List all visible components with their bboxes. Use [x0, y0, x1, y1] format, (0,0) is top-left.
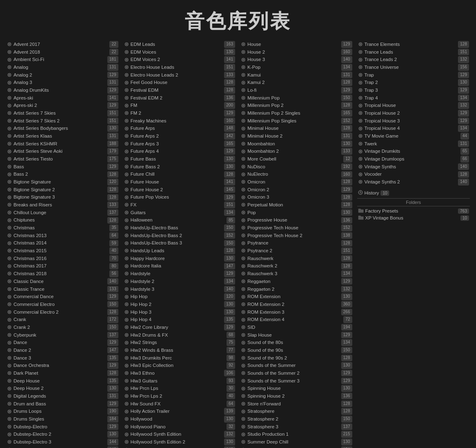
list-item[interactable]: Progressive House136 — [240, 216, 353, 224]
list-item[interactable]: Analog 2129 — [6, 71, 119, 79]
list-item[interactable]: Christmas35 — [6, 224, 119, 232]
list-item[interactable]: Stratosphere128 — [240, 407, 353, 415]
list-item[interactable]: Breaks and Risers133 — [6, 201, 119, 209]
list-item[interactable]: ROM Extension 472 — [240, 316, 353, 324]
list-item[interactable]: Hlw Prcn Lps30 — [123, 385, 236, 392]
list-item[interactable]: Dance129 — [6, 339, 119, 346]
list-item[interactable]: Kamui131 — [240, 71, 353, 79]
list-item[interactable]: Hlw2 Winds & Brass77 — [123, 346, 236, 354]
list-item[interactable]: Future Arps 4129 — [123, 147, 236, 155]
list-item[interactable]: Chiptunes128 — [6, 216, 119, 224]
list-item[interactable]: Sound of the 90s 2128 — [240, 354, 353, 362]
list-item[interactable]: EDM Voices130 — [123, 48, 236, 56]
list-item[interactable]: More Cowbell12 — [240, 155, 353, 163]
list-item[interactable]: Hardcore Italia147 — [123, 262, 236, 270]
list-item[interactable]: Trap 3129 — [357, 86, 470, 94]
list-item[interactable]: Future Bass 2130 — [123, 163, 236, 171]
list-item[interactable]: House 3140 — [240, 56, 353, 63]
list-item[interactable]: Crank 2150 — [6, 324, 119, 331]
list-item[interactable]: Future Bass130 — [123, 155, 236, 163]
list-item[interactable]: Halloween85 — [123, 216, 236, 224]
list-item[interactable]: Artist Series Klaas131 — [6, 132, 119, 140]
list-item[interactable]: Vintage Synths140 — [357, 163, 470, 171]
list-item[interactable]: Dubstep-Electro 2130 — [6, 430, 119, 438]
list-item[interactable]: Christmas 201459 — [6, 239, 119, 247]
list-item[interactable]: Classic Trance133 — [6, 285, 119, 293]
list-item[interactable]: Commercial Electro 2128 — [6, 308, 119, 316]
list-item[interactable]: Tropical House 4134 — [357, 124, 470, 132]
list-item[interactable]: Hollywood Synth Edition 2130 — [123, 438, 236, 446]
list-item[interactable]: Trance Leads 2132 — [357, 56, 470, 63]
list-item[interactable]: Deep House 2130 — [6, 385, 119, 392]
list-item[interactable]: Hollywood Synth Edition132 — [123, 430, 236, 438]
list-item[interactable]: Summer Deep Chill130 — [240, 438, 353, 446]
list-item[interactable]: Ambient Sci-Fi181 — [6, 56, 119, 63]
list-item[interactable]: Hlw Prcn Lps 240 — [123, 392, 236, 400]
list-item[interactable]: Spinning House 2136 — [240, 392, 353, 400]
list-item[interactable]: Twerk131 — [357, 140, 470, 148]
list-item[interactable]: Digital Legends131 — [6, 392, 119, 400]
list-item[interactable]: Hlw Sound FX64 — [123, 400, 236, 408]
list-item[interactable]: NuElectro160 — [240, 170, 353, 178]
list-item[interactable]: Festival EDM 2136 — [123, 94, 236, 102]
list-item[interactable]: Classic Dance140 — [6, 278, 119, 285]
list-item[interactable]: Dubstep-Electro 3144 — [6, 438, 119, 446]
list-item[interactable]: Hip Hop 2130 — [123, 301, 236, 308]
list-item[interactable]: Christmas 201364 — [6, 232, 119, 240]
list-item[interactable]: Sounds of the Summer130 — [240, 362, 353, 369]
list-item[interactable]: Millennium Pop Singles152 — [240, 117, 353, 125]
list-item[interactable]: Feel Good House128 — [123, 79, 236, 86]
list-item[interactable]: House129 — [240, 41, 353, 48]
list-item[interactable]: TV Movie Game44 — [357, 132, 470, 140]
list-item[interactable]: EDM Leads163 — [123, 41, 236, 48]
list-item[interactable]: Artist Series 7 Skies 2151 — [6, 117, 119, 125]
list-item[interactable]: HandsUp-Electro Bass150 — [123, 224, 236, 232]
list-item[interactable]: Trap 4134 — [357, 94, 470, 102]
list-item[interactable]: Dance 2147 — [6, 346, 119, 354]
list-item[interactable]: Apres-ski 2129 — [6, 102, 119, 109]
list-item[interactable]: Advent 201822 — [6, 48, 119, 56]
list-item[interactable]: Dance 3135 — [6, 354, 119, 362]
list-item[interactable]: Sound of the 90s150 — [240, 346, 353, 354]
list-item[interactable]: Rauschwerk 2128 — [240, 262, 353, 270]
list-item[interactable]: Cyberpunk137 — [6, 331, 119, 339]
list-item[interactable]: Vintage Drumkits65 — [357, 147, 470, 155]
list-item[interactable]: Trap 2130 — [357, 79, 470, 86]
list-item[interactable]: Stratosphere 3137 — [240, 423, 353, 431]
list-item[interactable]: Sound of the 80s134 — [240, 339, 353, 346]
list-item[interactable]: Commercial Dance129 — [6, 293, 119, 301]
list-item[interactable]: ROM Extension 2360 — [240, 301, 353, 308]
list-item[interactable]: Dubstep-Electro129 — [6, 423, 119, 431]
list-item[interactable]: Christmas 201856 — [6, 270, 119, 278]
list-item[interactable]: Future Pop Voices129 — [123, 193, 236, 201]
history-header[interactable]: History10 — [357, 189, 470, 197]
list-item[interactable]: Tropical House132 — [357, 102, 470, 109]
list-item[interactable]: Hardstyle 2134 — [123, 278, 236, 285]
list-item[interactable]: Analog DrumKits129 — [6, 86, 119, 94]
list-item[interactable]: Artist Series Bodybangers130 — [6, 124, 119, 132]
list-item[interactable]: Moombahton130 — [240, 140, 353, 148]
list-item[interactable]: NuDisco192 — [240, 163, 353, 171]
list-item[interactable]: Chillout Lounge137 — [6, 209, 119, 217]
list-item[interactable]: Christmas 201670 — [6, 255, 119, 262]
folder-item[interactable]: Factory Presets763 — [357, 208, 470, 215]
list-item[interactable]: Bass 2128 — [6, 170, 119, 178]
list-item[interactable]: Hollywood Piano32 — [123, 423, 236, 431]
list-item[interactable]: Hlw3 Ethno106 — [123, 369, 236, 377]
list-item[interactable]: Tropical House 3129 — [357, 117, 470, 125]
list-item[interactable]: Reggaeton129 — [240, 278, 353, 285]
list-item[interactable]: Minimal House 2131 — [240, 132, 353, 140]
list-item[interactable]: Kamui 2128 — [240, 79, 353, 86]
list-item[interactable]: SID194 — [240, 324, 353, 331]
list-item[interactable]: Psytrance 2151 — [240, 247, 353, 255]
list-item[interactable]: Trance Elements128 — [357, 41, 470, 48]
list-item[interactable]: Future House141 — [123, 178, 236, 186]
list-item[interactable]: Swedish House151 — [240, 446, 353, 448]
list-item[interactable]: HandsUp-Electro Bass 3150 — [123, 239, 236, 247]
list-item[interactable]: Omicron 3128 — [240, 193, 353, 201]
list-item[interactable]: Guitars134 — [123, 209, 236, 217]
list-item[interactable]: ROM Extension 3266 — [240, 308, 353, 316]
list-item[interactable]: Drum and Bass129 — [6, 400, 119, 408]
list-item[interactable]: Slap House129 — [240, 331, 353, 339]
list-item[interactable]: Progressive Tech House152 — [240, 224, 353, 232]
